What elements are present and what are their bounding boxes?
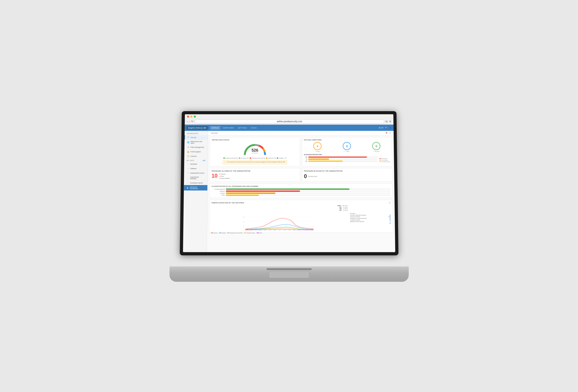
sidebar-software-label: Software bbox=[190, 167, 196, 169]
sidebar-advanced-label: Advanced Visualizatio... bbox=[190, 186, 205, 189]
grid-icon[interactable]: ⊞ All bbox=[379, 126, 383, 129]
laptop-hinge bbox=[267, 268, 312, 270]
outdated-legend: Protection Knowledge bbox=[379, 158, 390, 162]
sidebar-item-licenses[interactable]: 📋 Licenses bbox=[184, 154, 208, 158]
refresh-button[interactable]: ↻ bbox=[191, 120, 193, 123]
threats-pct-2: (4.34%) bbox=[343, 206, 347, 208]
programs-allowed-count: 10 bbox=[211, 173, 218, 179]
outdated-num-2: 5 bbox=[304, 158, 307, 160]
tab-settings[interactable]: SETTINGS bbox=[236, 126, 249, 130]
sidebar-item-unprotected-workstations[interactable]: ○ Unprotected workstat... bbox=[184, 175, 207, 181]
intrusion-label: Intrusion attempts blocked bbox=[350, 214, 388, 216]
tracking-value: 32 bbox=[389, 219, 391, 220]
sidebar-item-encryption[interactable]: 🔒 Full Encryption bbox=[184, 149, 208, 154]
sidebar-security-label: Security bbox=[191, 136, 196, 138]
threats-pct-1: (89.13%) bbox=[342, 205, 347, 206]
legend-errors: Protection with errors (9) bbox=[250, 157, 265, 159]
laptop-body bbox=[170, 267, 409, 282]
blocked-items-label: Blocked items bbox=[308, 175, 317, 177]
tab-status[interactable]: STATUS bbox=[210, 126, 220, 130]
install-error-label: Install error (8) bbox=[268, 157, 276, 159]
other-line bbox=[256, 233, 259, 233]
class-row-malware: Malware bbox=[211, 190, 390, 192]
svg-text:0: 0 bbox=[243, 229, 244, 230]
calendar-icon[interactable]: 📅 bbox=[385, 132, 387, 134]
threats-num-2: 437 bbox=[339, 206, 341, 208]
sidebar-item-unprotected-servers[interactable]: ○ Unprotected servers bbox=[184, 171, 207, 175]
alert-banner: ⚠ 56 computers have been discovered that… bbox=[223, 160, 287, 164]
outdated-fill-1 bbox=[308, 157, 367, 157]
patch-icon: ⚙ bbox=[187, 146, 189, 148]
forward-button[interactable]: › bbox=[189, 120, 190, 123]
my-lists-header: MY LISTS Add bbox=[184, 158, 208, 162]
sidebar-item-hardware[interactable]: ○ Hardware bbox=[184, 162, 207, 166]
search-icon[interactable]: 🔍 bbox=[385, 126, 387, 129]
sidebar-item-web[interactable]: 🌐 Web access and spam bbox=[184, 140, 208, 145]
minimize-dot[interactable] bbox=[190, 116, 192, 118]
sidebar-item-scheduled-reports[interactable]: ○ Scheduled reports bbox=[184, 181, 207, 185]
sidebar-hardware-label: Hardware bbox=[190, 163, 197, 164]
address-bar[interactable]: aether.pandasecurity.com bbox=[194, 119, 384, 123]
outdated-section: OUTDATED PROTECTION 21 bbox=[304, 154, 390, 162]
offline-30days-circle: 0 bbox=[372, 142, 380, 150]
offline-title: OFFLINE COMPUTERS bbox=[304, 139, 390, 141]
spyware-line bbox=[219, 233, 221, 233]
tab-computers[interactable]: COMPUTERS bbox=[221, 126, 236, 130]
back-button[interactable]: ‹ bbox=[187, 120, 188, 123]
computers-label: Computers bbox=[251, 152, 258, 154]
settings-icon[interactable]: ⚙ bbox=[389, 120, 391, 123]
protection-line bbox=[379, 158, 381, 159]
maximize-dot[interactable] bbox=[194, 116, 196, 118]
legend-suspicious: Suspicious items bbox=[244, 232, 255, 234]
protected-dot bbox=[223, 157, 225, 159]
legend-installing: Installing... (5) bbox=[277, 157, 286, 159]
offline-3days-circle: 4 bbox=[313, 142, 321, 150]
programs-row: PROGRAMS ALLOWED BY THE ADMINISTRATOR 10… bbox=[209, 168, 392, 182]
sidebar-item-patch[interactable]: ⚙ Patch Management bbox=[184, 145, 208, 149]
sidebar-item-security[interactable]: 🛡 Security bbox=[184, 135, 208, 140]
threats-chart: 30 20 10 0 bbox=[211, 212, 348, 231]
app-nav-right: ⊞ All 🔍 👤 bbox=[379, 126, 392, 129]
threats-sidebar: Phishing Intrusion attempts blocked 44 bbox=[350, 205, 391, 231]
bookmark-icon[interactable]: ⊞ bbox=[385, 120, 387, 123]
dashboard-grid: PROTECTION STATUS bbox=[207, 135, 395, 235]
threats-data-table: Phishing Intrusion attempts blocked 44 bbox=[350, 213, 391, 224]
my-lists-label: MY LISTS bbox=[187, 159, 194, 161]
outdated-fill-3 bbox=[308, 160, 343, 162]
svg-text:May 20: May 20 bbox=[284, 230, 286, 230]
sidebar-licenses-label: Licenses bbox=[190, 155, 196, 157]
filter-label[interactable]: Last year bbox=[211, 132, 218, 134]
close-dot[interactable] bbox=[187, 116, 189, 118]
knowledge-legend-label: Knowledge bbox=[382, 159, 388, 161]
svg-text:Apr 20: Apr 20 bbox=[279, 230, 281, 230]
threats-title: THREATS DETECTED BY THE ANTIVIRUS bbox=[211, 202, 244, 203]
class-label-pups: PUPs bbox=[211, 194, 225, 196]
svg-text:Feb 20: Feb 20 bbox=[269, 230, 271, 230]
add-list-button[interactable]: Add bbox=[202, 159, 205, 161]
alert-text: 56 computers have been discovered that a… bbox=[227, 161, 285, 162]
svg-text:Dec 18: Dec 18 bbox=[245, 230, 247, 230]
class-label-exploits: Exploits bbox=[211, 192, 225, 194]
protection-status-card: PROTECTION STATUS bbox=[209, 137, 300, 166]
tab-tasks[interactable]: TASKS bbox=[249, 126, 258, 130]
main-header: Last year 📅 ▼ bbox=[208, 131, 394, 135]
outdated-bar-1 bbox=[308, 157, 377, 157]
classification-title: CLASSIFICATION OF ALL PROGRAMS RUN AND S… bbox=[211, 185, 390, 187]
sidebar-item-software[interactable]: ○ Software bbox=[184, 166, 207, 171]
programs-pups: 3 PUPs bbox=[219, 175, 230, 177]
sidebar-item-advanced[interactable]: ▶ Advanced Visualizatio... bbox=[184, 185, 207, 190]
user-icon[interactable]: 👤 bbox=[389, 126, 391, 129]
phishing-label: Phishing bbox=[350, 213, 390, 214]
class-bar-malware bbox=[226, 190, 390, 192]
gauge-center: 526 Computers bbox=[251, 148, 258, 154]
svg-text:Mar 20: Mar 20 bbox=[274, 230, 276, 230]
sidebar-reports-label: Scheduled reports bbox=[190, 182, 203, 184]
svg-text:Jan 20: Jan 20 bbox=[264, 230, 266, 230]
threats-malware-urls: Malware URLs blocked 7 bbox=[350, 221, 391, 222]
app-container: Adaptive Defense 360 STATUS COMPUTERS SE… bbox=[183, 125, 395, 252]
laptop-screen: ‹ › ↻ aether.pandasecurity.com ⊞ ⚙ Adapt… bbox=[180, 111, 398, 255]
svg-text:10: 10 bbox=[243, 225, 244, 227]
threats-card: THREATS DETECTED BY THE ANTIVIRUS ⏱ 8,9 bbox=[209, 199, 393, 233]
dropdown-icon[interactable]: ▼ bbox=[389, 132, 391, 134]
outdated-fill-2 bbox=[308, 158, 329, 159]
